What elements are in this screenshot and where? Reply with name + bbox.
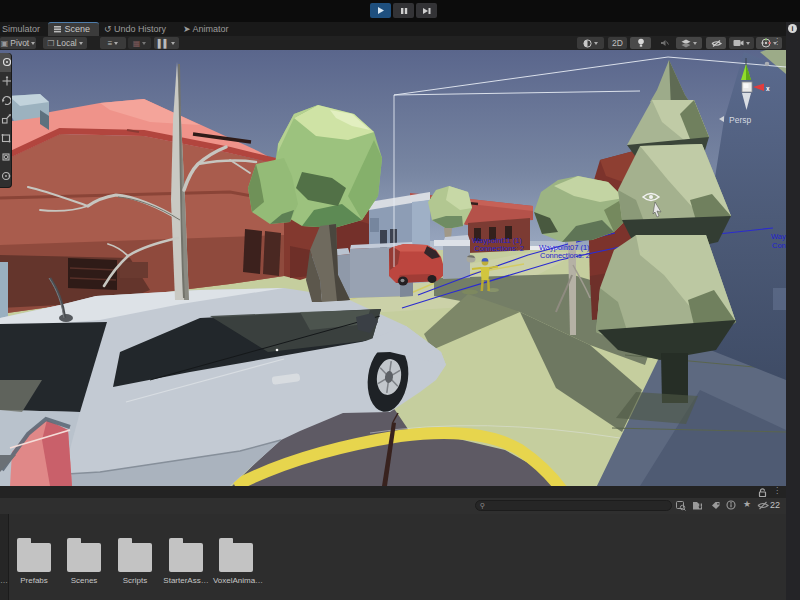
- svg-text:x: x: [766, 85, 770, 92]
- svg-text:Waypo: Waypo: [771, 232, 786, 241]
- svg-text:Connections: 2: Connections: 2: [474, 244, 524, 253]
- svg-text:Conn: Conn: [772, 241, 786, 250]
- svg-text:Persp: Persp: [729, 115, 751, 125]
- svg-text:Connections: 2: Connections: 2: [540, 251, 590, 260]
